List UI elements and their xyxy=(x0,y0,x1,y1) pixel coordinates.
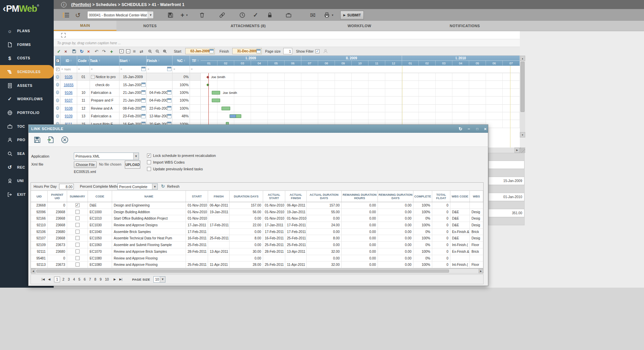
link-schedule-row[interactable]: 9211323673EC1080Review and Approve Floor… xyxy=(31,261,483,268)
save-icon[interactable] xyxy=(33,136,41,144)
summary-checkbox[interactable]: ✓ xyxy=(76,203,80,207)
tab-main[interactable]: MAIN xyxy=(54,21,116,31)
percent-complete-method-select[interactable]: Percent Complete ▼ xyxy=(117,183,158,190)
dialog-horizontal-scrollbar[interactable]: ◀ ▶ xyxy=(31,269,484,274)
summary-checkbox[interactable] xyxy=(76,210,80,214)
update-linked-tasks-checkbox[interactable]: Update previously linked tasks xyxy=(147,167,203,171)
column-header[interactable]: NAME xyxy=(112,191,186,202)
add-row-icon[interactable]: + xyxy=(110,48,113,54)
accept-icon[interactable]: ✓ xyxy=(57,48,61,54)
calendar-icon[interactable] xyxy=(141,106,146,110)
scrollbar-thumb[interactable] xyxy=(521,62,525,112)
row-handle-icon[interactable] xyxy=(56,99,59,102)
expand-icon[interactable] xyxy=(61,33,66,38)
clear-filter-icon[interactable]: ✕ xyxy=(78,68,80,71)
group-by-bar[interactable]: To group by, drag column caption here ..… xyxy=(54,39,520,47)
gantt-milestone[interactable]: ◆ xyxy=(206,81,209,88)
dialog-refresh-icon[interactable]: ↻ xyxy=(458,126,463,131)
scroll-up-icon[interactable]: ▲ xyxy=(520,56,525,61)
refresh-icon[interactable]: ↻ xyxy=(80,48,84,54)
summary-checkbox[interactable] xyxy=(76,230,80,234)
filter-id[interactable]: ✕NaN xyxy=(60,66,77,73)
task-id-link[interactable]: 9106 xyxy=(65,91,72,95)
filter-start[interactable]: ✕ xyxy=(119,66,147,73)
column-header[interactable]: PARENT UID xyxy=(48,191,67,202)
zoom-out-icon[interactable] xyxy=(155,48,160,54)
page-size-input[interactable]: 1 xyxy=(283,48,292,54)
clear-filter-icon[interactable]: ✕ xyxy=(91,68,93,71)
scrollbar-thumb[interactable] xyxy=(36,270,449,273)
calendar-icon[interactable] xyxy=(141,114,146,118)
sidebar-item-schedules[interactable]: SCHEDULES xyxy=(0,65,54,78)
expand-all-icon[interactable]: + xyxy=(119,48,123,54)
save-icon[interactable] xyxy=(72,48,77,54)
column-header-start[interactable]: Start↕ xyxy=(119,56,147,65)
undo-icon[interactable]: ↶ xyxy=(95,48,98,54)
column-header[interactable]: TOTAL FLOAT xyxy=(432,191,450,202)
last-page-icon[interactable]: ▶| xyxy=(119,278,122,281)
history-icon[interactable]: ↺ xyxy=(75,11,81,19)
start-date-field[interactable]: 02-Jan-2009 xyxy=(185,48,215,54)
calendar-icon[interactable] xyxy=(141,82,146,87)
clock-icon[interactable] xyxy=(239,11,246,19)
filter-pc[interactable]: ✕ xyxy=(172,66,190,73)
print-icon[interactable]: ▼ xyxy=(324,11,334,19)
cancel-icon[interactable] xyxy=(61,136,69,144)
zoom-in-icon[interactable] xyxy=(148,48,152,54)
resize-grip[interactable] xyxy=(520,148,525,153)
application-select[interactable]: Primavera XML ▼ xyxy=(74,153,139,160)
save-icon[interactable] xyxy=(167,11,174,19)
add-icon[interactable]: +▼ xyxy=(181,11,188,19)
link-schedule-row[interactable]: 9216623668EC1010Start Office Building Ad… xyxy=(31,215,483,222)
task-id-link[interactable]: 9105 xyxy=(65,75,72,79)
collapse-all-icon[interactable]: − xyxy=(126,48,130,54)
filter-checkbox[interactable]: ✓ xyxy=(55,66,60,73)
calendar-icon[interactable] xyxy=(167,67,171,71)
column-header[interactable]: REMAINING DURATION DAYS xyxy=(378,191,413,202)
clear-filter-icon[interactable]: ✕ xyxy=(61,68,63,71)
link-schedule-row[interactable]: 9211023668EC1030Review and Approve Desig… xyxy=(31,222,483,229)
column-header[interactable]: FINISH xyxy=(208,191,230,202)
clear-icon[interactable]: × xyxy=(87,48,90,54)
page-number[interactable]: 3 xyxy=(67,277,71,281)
link-schedule-row[interactable]: 9210623680EC1040Assemble Brick Samples17… xyxy=(31,229,483,235)
gantt-bar[interactable] xyxy=(212,91,220,95)
page-number[interactable]: 9 xyxy=(99,277,103,281)
gantt-bar[interactable] xyxy=(230,114,241,118)
sidebar-item-workflows[interactable]: ✓ WORKFLOWS xyxy=(0,92,54,106)
page-number[interactable]: 1 xyxy=(54,277,60,282)
info-icon[interactable]: i xyxy=(61,2,66,7)
import-wbs-checkbox[interactable]: Import WBS Codes xyxy=(147,160,185,164)
calendar-icon[interactable] xyxy=(141,90,146,95)
menu-list-icon[interactable] xyxy=(62,11,70,19)
delete-icon[interactable] xyxy=(199,11,205,19)
first-page-icon[interactable]: |◀ xyxy=(42,278,45,281)
link-schedule-row[interactable]: 9211123680EC1070Review and Approve Brick… xyxy=(31,248,483,255)
column-header-id[interactable]: ID↕ xyxy=(60,56,77,65)
clear-filter-icon[interactable]: ✕ xyxy=(173,68,176,71)
gantt-bar[interactable] xyxy=(221,107,230,110)
tab-notes[interactable]: NOTES xyxy=(116,21,184,31)
select-all-checkbox[interactable]: ✓ xyxy=(55,56,60,65)
tab-attachments[interactable]: ATTACHMENTS (8) xyxy=(184,21,313,31)
finish-date-field[interactable]: 31-Dec-2009 xyxy=(232,48,262,54)
column-header-task[interactable]: Task↕ xyxy=(90,56,119,65)
clear-filter-icon[interactable]: ✕ xyxy=(147,68,150,71)
page-number[interactable]: 7 xyxy=(88,277,92,281)
summary-checkbox[interactable] xyxy=(76,256,80,260)
next-page-icon[interactable]: ▶ xyxy=(113,278,116,281)
columns-icon[interactable]: ≡ xyxy=(133,48,136,54)
row-handle-icon[interactable] xyxy=(56,91,59,94)
page-number[interactable]: 8 xyxy=(93,277,97,281)
sidebar-item-portfolio[interactable]: PORTFOLIO xyxy=(0,106,54,119)
column-header[interactable]: WBS CODE xyxy=(450,191,470,202)
column-header[interactable]: CODE xyxy=(88,191,112,202)
maximize-icon[interactable]: □ xyxy=(475,126,480,131)
column-header[interactable]: COMPLETE xyxy=(413,191,432,202)
zoom-region-icon[interactable] xyxy=(162,48,167,54)
record-select[interactable]: 000041 - Boston Medical Center-Wat ▼ xyxy=(87,11,154,19)
person-icon[interactable] xyxy=(323,48,328,54)
scroll-right-icon[interactable]: ▶ xyxy=(479,269,483,273)
summary-checkbox[interactable] xyxy=(76,223,80,227)
row-handle-icon[interactable] xyxy=(56,106,59,110)
